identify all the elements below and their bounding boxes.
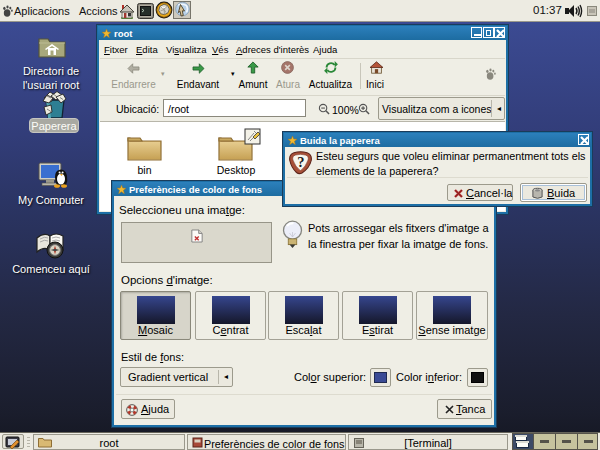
svg-text:?: ? — [297, 154, 304, 170]
